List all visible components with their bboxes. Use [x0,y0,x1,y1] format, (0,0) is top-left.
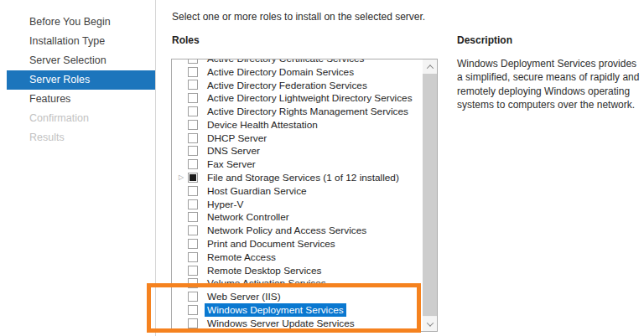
role-label[interactable]: Hyper-V [205,198,246,211]
role-label[interactable]: DHCP Server [205,132,269,145]
checkbox-unchecked[interactable] [188,305,198,315]
checkbox-unchecked[interactable] [188,252,198,262]
role-row[interactable]: Network Policy and Access Services [172,224,423,237]
role-label[interactable]: Fax Server [205,158,258,171]
checkbox-unchecked[interactable] [188,199,198,209]
role-label[interactable]: Volume Activation Services [205,277,329,290]
description-header: Description [457,34,512,46]
role-label[interactable]: Active Directory Domain Services [205,65,356,79]
role-row[interactable]: Active Directory Rights Management Servi… [172,105,423,118]
checkbox-unchecked[interactable] [188,292,198,302]
role-label[interactable]: Device Health Attestation [205,118,320,132]
checkbox-unchecked[interactable] [188,106,198,116]
role-label[interactable]: Network Controller [205,210,292,224]
wizard-nav-items: Before You BeginInstallation TypeServer … [0,13,155,147]
scroll-up-button[interactable] [423,59,437,74]
role-row[interactable]: Active Directory Lightweight Directory S… [172,91,423,105]
role-row[interactable]: ▷File and Storage Services (1 of 12 inst… [172,171,423,184]
checkbox-indeterminate[interactable] [188,173,198,183]
checkbox-unchecked[interactable] [188,133,198,143]
wizard-nav-sidebar: Before You BeginInstallation TypeServer … [0,0,156,336]
scrollbar-thumb[interactable] [423,74,437,316]
role-row[interactable]: Hyper-V [172,198,423,211]
role-row[interactable]: Active Directory Domain Services [172,65,423,79]
expand-arrow-icon[interactable]: ▷ [174,174,188,181]
checkbox-unchecked[interactable] [188,278,198,288]
chevron-down-icon [426,319,433,326]
page-instruction: Select one or more roles to install on t… [172,11,425,23]
role-row[interactable]: DNS Server [172,145,423,158]
roles-list-viewport: Active Directory Certificate ServicesAct… [172,59,423,331]
role-row[interactable]: Volume Activation Services [172,277,423,291]
role-row[interactable]: Web Server (IIS) [172,290,423,303]
roles-listbox: Active Directory Certificate ServicesAct… [171,59,438,332]
nav-item-server-roles[interactable]: Server Roles [7,70,155,90]
nav-item-before-you-begin[interactable]: Before You Begin [0,13,155,32]
checkbox-unchecked[interactable] [188,318,198,328]
role-label[interactable]: Remote Desktop Services [205,264,324,277]
role-label[interactable]: Remote Access [205,251,278,264]
checkbox-unchecked[interactable] [188,186,198,196]
checkbox-unchecked[interactable] [188,80,198,90]
checkbox-unchecked[interactable] [188,67,198,77]
role-label[interactable]: Active Directory Rights Management Servi… [205,105,411,118]
role-row[interactable]: Fax Server [172,158,423,171]
role-description-text: Windows Deployment Services provides a s… [457,57,641,112]
chevron-up-icon [426,65,433,71]
checkbox-unchecked[interactable] [188,212,198,222]
checkbox-unchecked[interactable] [188,93,198,103]
role-label[interactable]: Network Policy and Access Services [205,224,369,237]
role-label[interactable]: Windows Server Update Services [205,317,357,330]
role-label[interactable]: Host Guardian Service [205,184,309,198]
role-row[interactable]: Host Guardian Service [172,184,423,198]
checkbox-unchecked[interactable] [188,59,198,64]
checkbox-unchecked[interactable] [188,239,198,249]
nav-item-confirmation: Confirmation [0,109,155,128]
role-row[interactable]: Windows Deployment Services [172,303,423,317]
role-row[interactable]: Device Health Attestation [172,118,423,132]
role-row[interactable]: Windows Server Update Services [172,317,423,330]
role-row[interactable]: Network Controller [172,211,423,225]
checkbox-unchecked[interactable] [188,225,198,235]
roles-header: Roles [172,34,200,46]
role-row[interactable]: Print and Document Services [172,237,423,251]
role-label[interactable]: Print and Document Services [205,237,338,251]
role-label[interactable]: Active Directory Lightweight Directory S… [205,91,415,105]
role-row[interactable]: Remote Desktop Services [172,264,423,277]
nav-item-installation-type[interactable]: Installation Type [0,32,155,51]
role-label[interactable]: Windows Deployment Services [205,303,346,317]
nav-item-features[interactable]: Features [0,90,155,109]
checkbox-unchecked[interactable] [188,159,198,169]
role-label[interactable]: Web Server (IIS) [205,290,283,303]
role-row[interactable]: DHCP Server [172,132,423,145]
role-row[interactable]: Remote Access [172,251,423,264]
role-label[interactable]: DNS Server [205,144,262,158]
roles-rows: Active Directory Certificate ServicesAct… [172,59,423,330]
checkbox-unchecked[interactable] [188,266,198,276]
nav-item-server-selection[interactable]: Server Selection [0,51,155,70]
checkbox-unchecked[interactable] [188,120,198,130]
role-row[interactable]: Active Directory Federation Services [172,79,423,92]
role-label[interactable]: File and Storage Services (1 of 12 insta… [205,171,402,184]
role-label[interactable]: Active Directory Federation Services [205,79,370,92]
scroll-down-button[interactable] [423,317,437,331]
checkbox-unchecked[interactable] [188,146,198,156]
roles-scrollbar[interactable] [423,59,437,331]
nav-item-results: Results [0,128,155,147]
